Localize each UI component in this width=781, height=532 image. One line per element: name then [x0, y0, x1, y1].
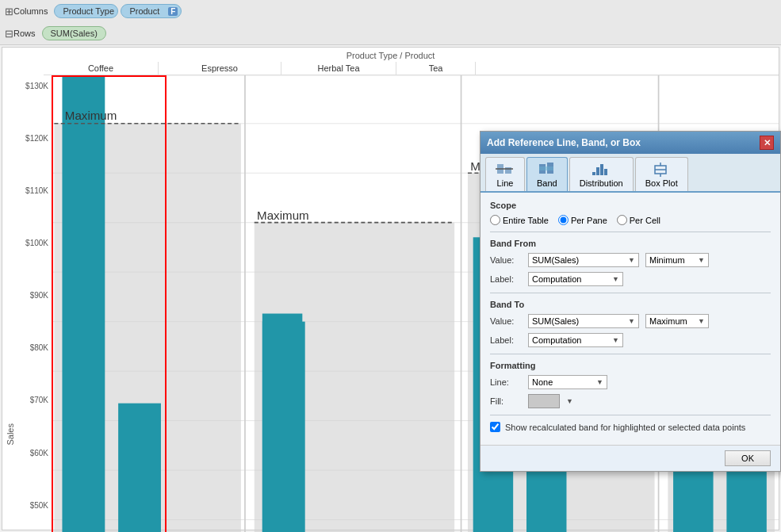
- svg-text:Maximum: Maximum: [65, 109, 117, 122]
- fill-arrow: ▼: [566, 397, 573, 405]
- y-tick-50: $50K: [21, 501, 48, 510]
- svg-rect-57: [592, 172, 595, 175]
- divider-3: [490, 354, 771, 354]
- scope-per-cell-label: Per Cell: [630, 216, 660, 225]
- fill-swatch: [528, 394, 560, 408]
- col-header-espresso: Espresso: [159, 62, 281, 75]
- scope-entire-table-label: Entire Table: [503, 216, 549, 225]
- rows-icon: ⊟: [5, 28, 13, 40]
- band-to-agg-text: Maximum: [649, 316, 687, 326]
- y-tick-90: $90K: [21, 291, 48, 300]
- tab-distribution-label: Distribution: [580, 178, 623, 188]
- band-from-label-row: Label: Computation ▼: [490, 272, 771, 286]
- y-tick-100: $100K: [21, 239, 48, 247]
- tab-line-label: Line: [497, 178, 514, 188]
- sum-sales-pill[interactable]: SUM(Sales): [42, 26, 106, 40]
- f-badge: F: [168, 7, 178, 16]
- band-from-value-label: Value:: [490, 255, 522, 265]
- scope-entire-table-radio[interactable]: [490, 215, 500, 225]
- recalculate-checkbox[interactable]: [490, 422, 500, 432]
- band-from-agg-text: Minimum: [649, 255, 685, 265]
- y-tick-60: $60K: [21, 449, 48, 457]
- y-tick-70: $70K: [21, 396, 48, 404]
- svg-rect-56: [539, 166, 553, 170]
- scope-options: Entire Table Per Pane Per Cell: [490, 215, 771, 225]
- band-to-value-text: SUM(Sales): [532, 316, 579, 326]
- scope-section-title: Scope: [490, 201, 771, 210]
- scope-per-cell-radio[interactable]: [617, 215, 627, 225]
- scope-per-pane[interactable]: Per Pane: [558, 215, 607, 225]
- tab-band-label: Band: [537, 178, 557, 188]
- band-tab-icon: [538, 161, 557, 177]
- formatting-line-text: None: [532, 377, 553, 387]
- chart-title: Product Type / Product: [2, 48, 779, 62]
- tab-line[interactable]: Line: [485, 157, 525, 191]
- svg-rect-23: [262, 314, 302, 532]
- col-header-coffee: Coffee: [44, 62, 159, 75]
- divider-4: [490, 415, 771, 415]
- dialog-close-button[interactable]: ✕: [760, 136, 774, 150]
- y-tick-120: $120K: [21, 134, 48, 143]
- band-to-label-select[interactable]: Computation ▼: [528, 333, 623, 347]
- formatting-line-arrow: ▼: [596, 378, 603, 386]
- band-from-value-row: Value: SUM(Sales) ▼ Minimum ▼: [490, 253, 771, 267]
- product-pill[interactable]: Product F: [121, 4, 182, 18]
- scope-entire-table[interactable]: Entire Table: [490, 215, 549, 225]
- band-to-label-arrow: ▼: [612, 336, 619, 344]
- divider-1: [490, 232, 771, 232]
- dialog-titlebar: Add Reference Line, Band, or Box ✕: [480, 132, 780, 154]
- recalculate-checkbox-row[interactable]: Show recalculated band for highlighted o…: [490, 422, 771, 432]
- band-from-value-arrow: ▼: [628, 256, 635, 264]
- dialog-footer: OK: [480, 445, 780, 471]
- ok-button[interactable]: OK: [725, 450, 771, 466]
- col-header-tea: Tea: [396, 62, 476, 75]
- reference-line-dialog: Add Reference Line, Band, or Box ✕ Line: [480, 131, 781, 472]
- band-to-agg-select[interactable]: Maximum ▼: [645, 314, 709, 328]
- column-headers: Coffee Espresso Herbal Tea Tea: [44, 62, 779, 75]
- y-tick-80: $80K: [21, 343, 48, 352]
- band-from-agg-select[interactable]: Minimum ▼: [645, 253, 709, 267]
- band-to-value-row: Value: SUM(Sales) ▼ Maximum ▼: [490, 314, 771, 328]
- fill-control[interactable]: ▼: [528, 394, 573, 408]
- band-to-label-text: Computation: [532, 335, 581, 345]
- tab-distribution[interactable]: Distribution: [569, 157, 634, 191]
- svg-rect-18: [62, 75, 105, 532]
- y-axis-label: Sales: [2, 415, 18, 454]
- band-from-title: Band From: [490, 239, 771, 248]
- scope-per-pane-radio[interactable]: [558, 215, 569, 225]
- band-from-agg-arrow: ▼: [698, 256, 705, 264]
- divider-2: [490, 293, 771, 293]
- columns-label: Columns: [13, 6, 48, 16]
- formatting-fill-row: Fill: ▼: [490, 394, 771, 408]
- svg-rect-52: [505, 167, 511, 174]
- band-from-label-select[interactable]: Computation ▼: [528, 272, 623, 286]
- band-to-value-arrow: ▼: [628, 317, 635, 325]
- scope-per-cell[interactable]: Per Cell: [617, 215, 660, 225]
- product-type-pill[interactable]: Product Type: [54, 4, 118, 18]
- band-from-value-select[interactable]: SUM(Sales) ▼: [528, 253, 639, 267]
- tab-box-plot[interactable]: Box Plot: [635, 157, 688, 191]
- band-to-label-label: Label:: [490, 335, 522, 345]
- svg-text:Maximum: Maximum: [257, 209, 309, 222]
- tab-band[interactable]: Band: [526, 157, 568, 191]
- band-to-value-select[interactable]: SUM(Sales) ▼: [528, 314, 639, 328]
- svg-rect-19: [118, 404, 161, 532]
- formatting-line-row: Line: None ▼: [490, 375, 771, 389]
- rows-row: ⊟ Rows SUM(Sales): [0, 22, 781, 44]
- band-from-value-text: SUM(Sales): [532, 255, 579, 265]
- formatting-line-select[interactable]: None ▼: [528, 375, 607, 389]
- formatting-line-label: Line:: [490, 377, 522, 387]
- line-tab-icon: [496, 161, 515, 177]
- recalculate-label: Show recalculated band for highlighted o…: [505, 423, 745, 432]
- scope-per-pane-label: Per Pane: [571, 216, 607, 225]
- band-to-label-row: Label: Computation ▼: [490, 333, 771, 347]
- svg-rect-59: [600, 164, 603, 175]
- svg-rect-60: [604, 169, 607, 175]
- columns-row: ⊞ Columns Product Type Product F: [0, 0, 781, 22]
- band-from-label-label: Label:: [490, 274, 522, 284]
- y-ticks: $0K $10K $20K $30K $40K $50K $60K $70K $…: [18, 75, 52, 532]
- band-to-value-label: Value:: [490, 316, 522, 326]
- formatting-fill-label: Fill:: [490, 396, 522, 406]
- formatting-title: Formatting: [490, 361, 771, 370]
- band-to-agg-arrow: ▼: [698, 317, 705, 325]
